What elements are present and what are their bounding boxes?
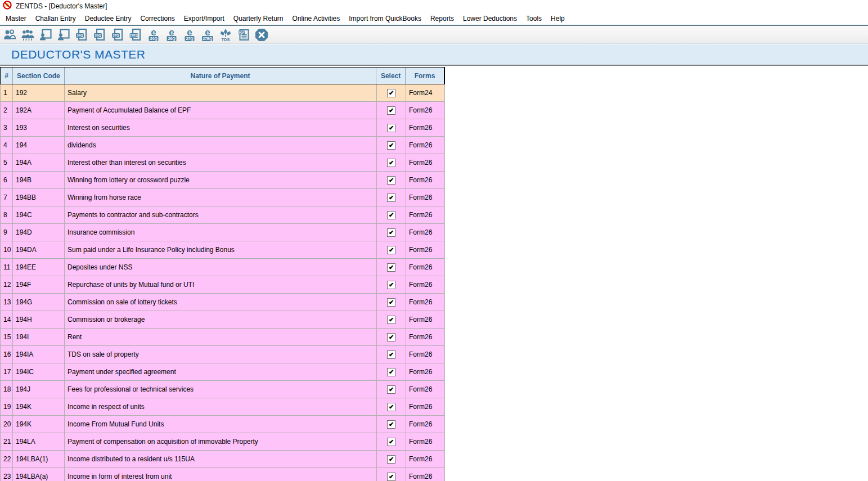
row-select-checkbox[interactable]: ✔ — [387, 455, 395, 464]
row-select-checkbox[interactable]: ✔ — [387, 246, 395, 254]
close-icon[interactable] — [254, 27, 269, 42]
forms-cell: Form26 — [406, 224, 445, 241]
row-select-checkbox[interactable]: ✔ — [387, 420, 395, 429]
row-number-cell: 16 — [1, 346, 13, 363]
menu-item-export-import[interactable]: Export/Import — [179, 13, 229, 24]
menu-bar: MasterChallan EntryDeductee EntryCorrect… — [0, 12, 868, 26]
table-row[interactable]: 16194IATDS on sale of property✔Form26 — [1, 346, 445, 363]
menu-item-help[interactable]: Help — [546, 13, 569, 24]
forms-cell: Form26 — [406, 398, 445, 415]
table-row[interactable]: 2192APayment of Accumulated Balance of E… — [1, 102, 445, 119]
row-select-checkbox[interactable]: ✔ — [387, 350, 395, 359]
row-select-checkbox[interactable]: ✔ — [387, 368, 395, 376]
nature-of-payment-cell: Salary — [65, 84, 377, 101]
row-number-cell: 1 — [1, 84, 13, 101]
table-row[interactable]: 11194EEDeposites under NSS✔Form26 — [1, 259, 445, 276]
table-row[interactable]: 15194IRent✔Form26 — [1, 329, 445, 346]
table-row[interactable]: 17194ICPayment under specified agreement… — [1, 363, 445, 381]
row-select-checkbox[interactable]: ✔ — [387, 473, 395, 481]
select-cell: ✔ — [377, 102, 406, 119]
menu-item-master[interactable]: Master — [1, 13, 31, 24]
table-row[interactable]: 7194BBWinning from horse race✔Form26 — [1, 189, 445, 206]
table-row[interactable]: 13194GCommission on sale of lottery tick… — [1, 294, 445, 311]
row-select-checkbox[interactable]: ✔ — [387, 281, 395, 289]
row-select-checkbox[interactable]: ✔ — [387, 194, 395, 202]
table-row[interactable]: 14194HCommission or brokerage✔Form26 — [1, 311, 445, 329]
menu-item-online-activities[interactable]: Online Activities — [288, 13, 345, 24]
table-row[interactable]: 23194LBA(a)Income in form of interest fr… — [1, 468, 445, 481]
row-number-cell: 23 — [1, 468, 13, 481]
e-return-27eq-icon[interactable]: e 27EQ — [200, 27, 215, 42]
row-select-checkbox[interactable]: ✔ — [387, 228, 395, 237]
pdf-report-icon[interactable]: PDF — [236, 27, 251, 42]
menu-item-corrections[interactable]: Corrections — [136, 13, 179, 24]
row-select-checkbox[interactable]: ✔ — [387, 298, 395, 307]
deductors-icon[interactable] — [2, 27, 17, 42]
table-row[interactable]: 18194JFees for professional or technical… — [1, 381, 445, 398]
row-select-checkbox[interactable]: ✔ — [387, 316, 395, 324]
menu-item-import-from-quickbooks[interactable]: Import from QuickBooks — [344, 13, 426, 24]
table-row[interactable]: 20194KIncome From Mutual Fund Units✔Form… — [1, 416, 445, 433]
table-row[interactable]: 5194AInterest other than interest on sec… — [1, 154, 445, 172]
form-26q-icon[interactable]: 26Q — [92, 27, 107, 42]
section-code-cell: 194LA — [13, 433, 65, 450]
select-cell: ✔ — [377, 119, 406, 136]
table-row[interactable]: 10194DASum paid under a Life Insurance P… — [1, 241, 445, 259]
row-select-checkbox[interactable]: ✔ — [387, 176, 395, 185]
table-row[interactable]: 3193Interest on securities✔Form26 — [1, 119, 445, 137]
row-select-checkbox[interactable]: ✔ — [387, 106, 395, 115]
app-logo-icon — [3, 1, 12, 12]
section-code-cell: 194I — [13, 329, 65, 345]
row-select-checkbox[interactable]: ✔ — [387, 438, 395, 446]
table-row[interactable]: 19194KIncome in respect of units✔Form26 — [1, 398, 445, 416]
menu-item-challan-entry[interactable]: Challan Entry — [31, 13, 80, 24]
row-select-checkbox[interactable]: ✔ — [387, 333, 395, 341]
form-24q-icon[interactable]: 24Q — [74, 27, 89, 42]
menu-item-quarterly-return[interactable]: Quarterly Return — [229, 13, 288, 24]
row-number-cell: 12 — [1, 276, 13, 293]
section-code-cell: 194IC — [13, 363, 65, 380]
table-row[interactable]: 9194DInsurance commission✔Form26 — [1, 224, 445, 241]
nature-of-payment-cell: Repurchase of units by Mutual fund or UT… — [65, 276, 377, 293]
tds-icon[interactable]: TDS — [218, 27, 233, 42]
table-row[interactable]: 22194LBA(1)Income distributed to a resid… — [1, 451, 445, 468]
e-return-26q-icon[interactable]: e 26Q — [164, 27, 179, 42]
section-code-cell: 194H — [13, 311, 65, 328]
select-cell: ✔ — [377, 311, 406, 328]
form-27eq-icon[interactable]: 27EQ — [128, 27, 143, 42]
forms-cell: Form26 — [406, 241, 445, 258]
select-cell: ✔ — [377, 346, 406, 363]
table-row[interactable]: 4194dividends✔Form26 — [1, 137, 445, 154]
menu-item-reports[interactable]: Reports — [426, 13, 458, 24]
menu-item-tools[interactable]: Tools — [521, 13, 546, 24]
employee-master-icon[interactable] — [38, 27, 53, 42]
table-row[interactable]: 6194BWinning from lottery or crossword p… — [1, 172, 445, 189]
page-header-band: DEDUCTOR'S MASTER — [0, 44, 868, 66]
row-select-checkbox[interactable]: ✔ — [387, 385, 395, 394]
table-row[interactable]: 21194LAPayment of compensation on acquis… — [1, 433, 445, 451]
section-code-cell: 194K — [13, 398, 65, 415]
table-row[interactable]: 12194FRepurchase of units by Mutual fund… — [1, 276, 445, 294]
row-select-checkbox[interactable]: ✔ — [387, 141, 395, 150]
forms-cell: Form26 — [406, 363, 445, 380]
section-code-cell: 194B — [13, 172, 65, 188]
row-select-checkbox[interactable]: ✔ — [387, 124, 395, 132]
section-code-cell: 192A — [13, 102, 65, 119]
form-27q-icon[interactable]: 27Q — [110, 27, 125, 42]
row-number-cell: 5 — [1, 154, 13, 171]
table-row[interactable]: 1192Salary✔Form24 — [1, 84, 445, 102]
row-number-cell: 4 — [1, 137, 13, 154]
row-select-checkbox[interactable]: ✔ — [387, 211, 395, 219]
menu-item-lower-deductions[interactable]: Lower Deductions — [458, 13, 521, 24]
deductees-icon[interactable] — [20, 27, 35, 42]
e-return-24q-icon[interactable]: e 24Q — [146, 27, 161, 42]
party-master-icon[interactable] — [56, 27, 71, 42]
e-return-27q-icon[interactable]: e 27Q — [182, 27, 197, 42]
forms-cell: Form26 — [406, 102, 445, 119]
row-select-checkbox[interactable]: ✔ — [387, 403, 395, 411]
row-select-checkbox[interactable]: ✔ — [387, 159, 395, 167]
row-select-checkbox[interactable]: ✔ — [387, 89, 395, 97]
menu-item-deductee-entry[interactable]: Deductee Entry — [80, 13, 136, 24]
table-row[interactable]: 8194CPayments to contractor and sub-cont… — [1, 206, 445, 224]
row-select-checkbox[interactable]: ✔ — [387, 263, 395, 272]
